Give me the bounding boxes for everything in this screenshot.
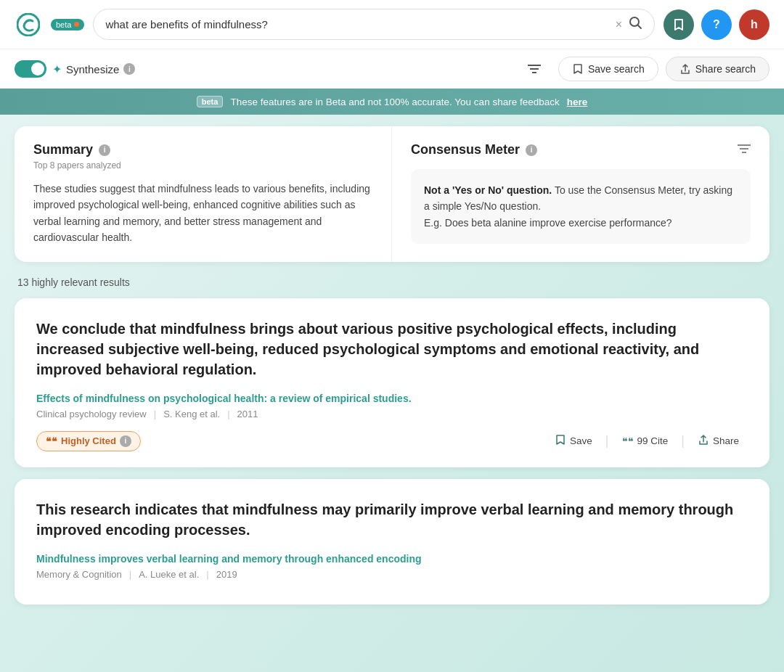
svg-point-1 bbox=[630, 17, 639, 26]
beta-badge: beta bbox=[51, 19, 84, 30]
search-input[interactable] bbox=[105, 18, 609, 30]
consensus-card: Not a 'Yes or No' question. To use the C… bbox=[411, 169, 751, 244]
share-search-button[interactable]: Share search bbox=[666, 57, 769, 81]
cite-icon: ❝❝ bbox=[622, 435, 634, 447]
badge-quote-icon: ❝❝ bbox=[46, 435, 57, 447]
paper-title-1[interactable]: Effects of mindfulness on psychological … bbox=[36, 393, 748, 404]
consensus-info-icon[interactable]: i bbox=[526, 144, 537, 156]
paper-footer-1: ❝❝ Highly Cited i Save | ❝❝ 99 Cite bbox=[36, 430, 748, 453]
meta-sep-3: | bbox=[129, 569, 131, 580]
consensus-example-text: E.g. Does beta alanine improve exercise … bbox=[424, 217, 672, 229]
summary-text: These studies suggest that mindfulness l… bbox=[33, 181, 372, 246]
action-sep-1: | bbox=[605, 433, 609, 448]
beta-banner: beta These features are in Beta and not … bbox=[0, 89, 784, 115]
share-search-label: Share search bbox=[695, 63, 756, 75]
svg-point-0 bbox=[17, 14, 39, 36]
results-count: 13 highly relevant results bbox=[15, 276, 769, 288]
app-logo bbox=[15, 11, 42, 38]
summary-subtitle: Top 8 papers analyzed bbox=[33, 160, 372, 171]
paper-title-2[interactable]: Mindfulness improves verbal learning and… bbox=[36, 553, 748, 565]
share-label: Share bbox=[713, 435, 739, 446]
save-label: Save bbox=[570, 435, 592, 446]
consensus-title: Consensus Meter i bbox=[411, 142, 537, 157]
meta-sep-4: | bbox=[206, 569, 208, 580]
consensus-panel: Consensus Meter i Not a 'Yes or No' ques… bbox=[392, 126, 769, 262]
filter-button[interactable] bbox=[518, 58, 551, 80]
action-sep-2: | bbox=[681, 433, 685, 448]
summary-title: Summary i bbox=[33, 142, 372, 157]
toolbar: ✦ Synthesize i Save search Share search bbox=[0, 49, 784, 89]
paper-card-2: This research indicates that mindfulness… bbox=[15, 479, 769, 605]
summary-panel: Summary i Top 8 papers analyzed These st… bbox=[15, 126, 392, 262]
paper-authors-1: S. Keng et al. bbox=[163, 409, 220, 419]
consensus-title-text: Consensus Meter bbox=[411, 142, 520, 157]
paper-actions-1: Save | ❝❝ 99 Cite | Share bbox=[546, 430, 748, 453]
header: beta × ? h bbox=[0, 0, 784, 49]
toolbar-right: Save search Share search bbox=[518, 57, 769, 81]
sparkle-icon: ✦ bbox=[52, 62, 62, 76]
banner-beta-tag: beta bbox=[197, 96, 224, 107]
consensus-filter-icon[interactable] bbox=[738, 142, 751, 157]
paper-journal-1: Clinical psychology review bbox=[36, 409, 147, 419]
paper-quote-2: This research indicates that mindfulness… bbox=[36, 499, 748, 540]
paper-meta-1: Clinical psychology review | S. Keng et … bbox=[36, 409, 748, 419]
paper-authors-2: A. Lueke et al. bbox=[139, 569, 199, 580]
beta-text: beta bbox=[56, 20, 71, 29]
help-button[interactable]: ? bbox=[701, 9, 732, 40]
meta-sep-2: | bbox=[227, 409, 229, 419]
save-search-label: Save search bbox=[588, 63, 645, 75]
save-icon bbox=[555, 434, 566, 448]
search-bar: × bbox=[93, 9, 655, 40]
consensus-bold-text: Not a 'Yes or No' question. bbox=[424, 184, 552, 196]
notif-dot bbox=[74, 22, 79, 27]
cite-label: 99 Cite bbox=[637, 435, 669, 446]
avatar-initial: h bbox=[751, 18, 758, 31]
highly-cited-info-icon[interactable]: i bbox=[120, 435, 131, 447]
svg-line-2 bbox=[638, 25, 641, 28]
highly-cited-text: Highly Cited bbox=[61, 435, 116, 446]
paper-share-button[interactable]: Share bbox=[689, 430, 748, 453]
help-icon: ? bbox=[713, 18, 720, 31]
header-actions: ? h bbox=[663, 9, 769, 40]
paper-journal-2: Memory & Cognition bbox=[36, 569, 122, 580]
paper-quote-1: We conclude that mindfulness brings abou… bbox=[36, 319, 748, 380]
synthesize-label: ✦ Synthesize i bbox=[52, 62, 135, 76]
paper-year-2: 2019 bbox=[216, 569, 237, 580]
share-icon bbox=[698, 434, 709, 448]
paper-cite-button[interactable]: ❝❝ 99 Cite bbox=[613, 431, 677, 451]
synthesize-toggle-container: ✦ Synthesize i bbox=[15, 60, 135, 78]
consensus-header: Consensus Meter i bbox=[411, 142, 751, 157]
banner-feedback-link[interactable]: here bbox=[567, 97, 588, 107]
summary-info-icon[interactable]: i bbox=[99, 144, 110, 156]
summary-consensus-row: Summary i Top 8 papers analyzed These st… bbox=[15, 126, 769, 262]
summary-title-text: Summary bbox=[33, 142, 93, 157]
save-search-button[interactable]: Save search bbox=[558, 57, 658, 81]
clear-search-button[interactable]: × bbox=[616, 18, 622, 31]
consensus-card-text: Not a 'Yes or No' question. To use the C… bbox=[424, 182, 738, 231]
highly-cited-badge: ❝❝ Highly Cited i bbox=[36, 431, 141, 451]
paper-save-button[interactable]: Save bbox=[546, 430, 601, 453]
search-submit-button[interactable] bbox=[628, 15, 642, 33]
bookmark-button[interactable] bbox=[663, 9, 694, 40]
meta-sep-1: | bbox=[154, 409, 156, 419]
synthesize-toggle[interactable] bbox=[15, 60, 46, 78]
synthesize-text: Synthesize bbox=[66, 63, 119, 75]
banner-message: These features are in Beta and not 100% … bbox=[230, 97, 559, 107]
main-content: Summary i Top 8 papers analyzed These st… bbox=[0, 115, 784, 616]
paper-year-1: 2011 bbox=[237, 409, 258, 419]
user-avatar[interactable]: h bbox=[739, 9, 769, 40]
paper-meta-2: Memory & Cognition | A. Lueke et al. | 2… bbox=[36, 569, 748, 580]
paper-card-1: We conclude that mindfulness brings abou… bbox=[15, 298, 769, 467]
synthesize-info-icon[interactable]: i bbox=[123, 63, 135, 75]
